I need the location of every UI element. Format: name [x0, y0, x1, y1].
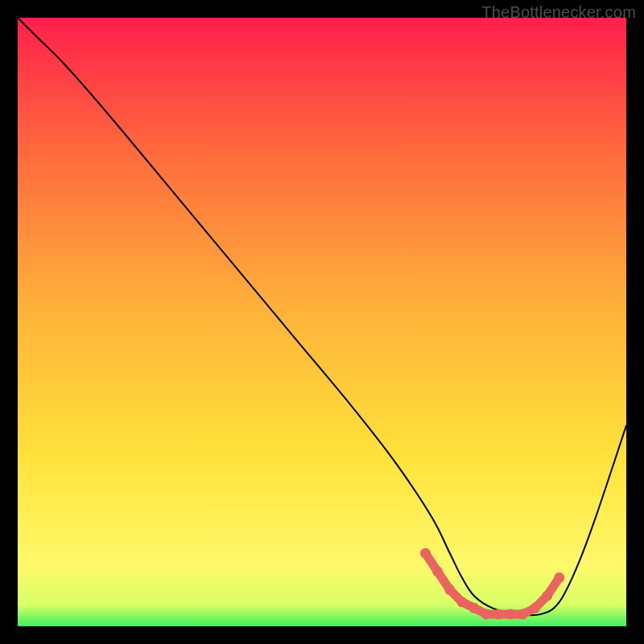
optimal-range-marker: [518, 609, 528, 619]
optimal-range-marker: [481, 609, 492, 619]
chart-frame: TheBottleneсker.com: [0, 0, 644, 644]
optimal-range-marker: [420, 548, 431, 559]
optimal-range-marker: [493, 609, 504, 619]
optimal-range-marker: [506, 609, 516, 619]
optimal-range-marker: [554, 572, 564, 583]
gradient-background: [18, 18, 626, 626]
optimal-range-marker: [444, 584, 455, 595]
optimal-range-marker: [530, 603, 540, 613]
optimal-range-marker: [542, 591, 552, 601]
optimal-range-marker: [432, 567, 443, 577]
optimal-range-marker: [456, 597, 467, 607]
optimal-range-marker: [469, 603, 480, 613]
chart-plot-area: [18, 18, 626, 626]
chart-svg: [18, 18, 626, 626]
